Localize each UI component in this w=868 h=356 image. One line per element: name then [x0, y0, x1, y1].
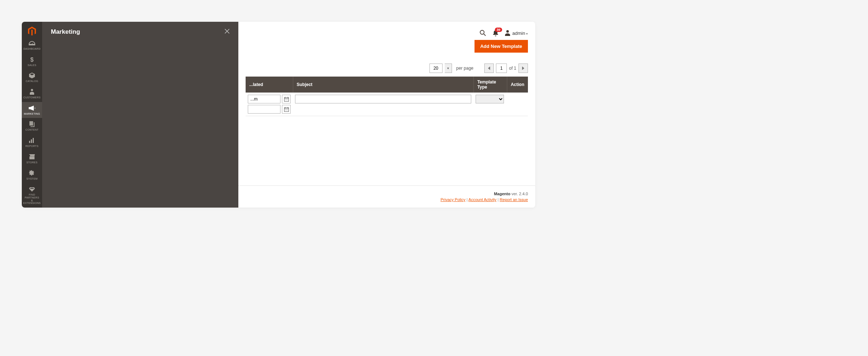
col-type[interactable]: Template Type: [473, 77, 507, 93]
add-new-template-button[interactable]: Add New Template: [475, 40, 528, 53]
nav-catalog[interactable]: CATALOG: [22, 69, 42, 86]
notification-badge: 39: [495, 28, 502, 32]
person-icon: [29, 89, 35, 95]
search-icon[interactable]: [480, 30, 486, 36]
filter-row: [246, 93, 528, 116]
nav-label: CATALOG: [26, 80, 39, 83]
notifications-icon[interactable]: 39: [493, 30, 498, 36]
filter-subject[interactable]: [295, 95, 471, 103]
topbar: 39 admin: [238, 22, 535, 40]
col-subject[interactable]: Subject: [293, 77, 473, 93]
user-name: admin: [512, 30, 528, 36]
magento-logo[interactable]: [22, 22, 42, 37]
box-icon: [29, 72, 35, 79]
nav-sales[interactable]: $ SALES: [22, 53, 42, 70]
nav-system[interactable]: SYSTEM: [22, 167, 42, 183]
nav-customers[interactable]: CUSTOMERS: [22, 86, 42, 102]
filter-updated-from[interactable]: [248, 95, 280, 103]
nav-partners[interactable]: FIND PARTNERS & EXTENSIONS: [22, 183, 42, 208]
pages-icon: [29, 121, 35, 127]
flyout-title: Marketing: [51, 28, 80, 36]
bars-icon: [29, 137, 35, 144]
partners-icon: [29, 186, 35, 192]
footer: Magento ver. 2.4.0 Privacy Policy | Acco…: [238, 185, 535, 208]
avatar-icon: [505, 30, 510, 36]
calendar-icon[interactable]: [282, 95, 291, 103]
footer-version: ver. 2.4.0: [510, 192, 528, 196]
account-activity-link[interactable]: Account Activity: [468, 197, 496, 202]
nav-label: REPORTS: [25, 145, 39, 148]
user-menu[interactable]: admin: [505, 30, 528, 36]
svg-point-1: [480, 30, 484, 34]
store-icon: [29, 154, 35, 160]
nav-label: SALES: [28, 64, 36, 67]
current-page-input[interactable]: [496, 64, 507, 73]
nav-label: CUSTOMERS: [23, 96, 40, 99]
calendar-icon[interactable]: [282, 105, 291, 114]
footer-brand: Magento: [494, 192, 510, 196]
page-size-dropdown[interactable]: ▼: [445, 64, 452, 73]
nav-reports[interactable]: REPORTS: [22, 134, 42, 151]
privacy-link[interactable]: Privacy Policy: [440, 197, 465, 202]
col-updated[interactable]: ...lated: [246, 77, 293, 93]
admin-window: DASHBOARD $ SALES CATALOG CUSTOMERS MARK…: [22, 22, 535, 208]
marketing-flyout: Marketing: [42, 22, 238, 208]
prev-page-button[interactable]: [484, 64, 494, 73]
filter-updated-to[interactable]: [248, 105, 280, 114]
main-content: 39 admin Add New Template ▼ per page of …: [238, 22, 535, 208]
page-size-input[interactable]: [429, 64, 443, 73]
per-page-label: per page: [456, 66, 473, 71]
dashboard-icon: [29, 40, 35, 46]
col-action: Action: [507, 77, 528, 93]
dollar-icon: $: [29, 56, 35, 63]
nav-label: FIND PARTNERS & EXTENSIONS: [23, 193, 41, 205]
nav-label: STORES: [27, 161, 37, 164]
of-pages-label: of 1: [509, 66, 516, 71]
admin-sidebar: DASHBOARD $ SALES CATALOG CUSTOMERS MARK…: [22, 22, 42, 208]
nav-stores[interactable]: STORES: [22, 151, 42, 167]
megaphone-icon: [29, 105, 35, 111]
nav-dashboard[interactable]: DASHBOARD: [22, 37, 42, 53]
next-page-button[interactable]: [518, 64, 528, 73]
grid-toolbar: ▼ per page of 1: [238, 61, 535, 77]
gear-icon: [29, 170, 35, 176]
report-issue-link[interactable]: Report an Issue: [500, 197, 528, 202]
nav-label: CONTENT: [25, 128, 39, 131]
svg-text:$: $: [30, 57, 33, 63]
nav-marketing[interactable]: MARKETING: [22, 102, 42, 118]
nav-label: SYSTEM: [27, 177, 38, 180]
nav-label: DASHBOARD: [23, 48, 40, 50]
close-icon[interactable]: [225, 29, 230, 35]
filter-type[interactable]: [476, 95, 504, 103]
nav-label: MARKETING: [24, 112, 40, 115]
nav-content[interactable]: CONTENT: [22, 118, 42, 134]
email-templates-table: ...lated Subject Template Type Action: [246, 77, 528, 116]
